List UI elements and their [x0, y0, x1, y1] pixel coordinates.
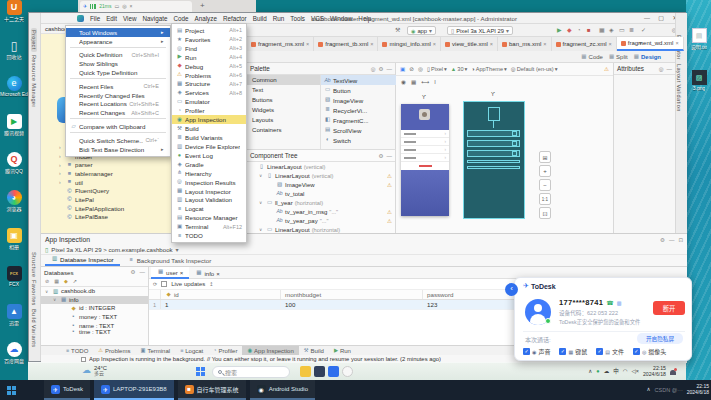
- menu-item[interactable]: ◈ Gradle: [172, 160, 246, 169]
- checkbox-checked-icon[interactable]: ✓: [596, 348, 603, 355]
- expand-chevron-icon[interactable]: ∨: [45, 289, 50, 294]
- menu-item[interactable]: ≣ Build Variants: [172, 133, 246, 142]
- tool-window-button[interactable]: Project: [31, 28, 37, 52]
- palette-category[interactable]: Buttons: [247, 95, 320, 105]
- permission-toggle[interactable]: ✓ ▤ 文件: [596, 347, 624, 356]
- database-tree-item[interactable]: ∨ ▥ cashbook.db: [41, 287, 148, 296]
- zoom-out-icon[interactable]: −: [539, 179, 551, 191]
- sync-gradle-icon[interactable]: ◈: [609, 27, 614, 33]
- menu-item[interactable]: ▦ Structure Alt+7: [172, 80, 246, 89]
- desktop-icon[interactable]: ▣ 相册: [0, 228, 28, 264]
- wifi-icon[interactable]: ◠: [623, 369, 628, 375]
- taskbar-app-icon[interactable]: [314, 366, 325, 377]
- menu-bar-item[interactable]: View: [120, 13, 140, 24]
- taskbar-weather[interactable]: ☁ 24°C 多云: [82, 365, 107, 377]
- menu-item[interactable]: ▱ Compare with Clipboard: [66, 122, 170, 131]
- editor-mode-button[interactable]: ▦ Split: [609, 54, 628, 60]
- menu-item[interactable]: ▥ Layout Validation: [172, 196, 246, 205]
- wrench-icon[interactable]: ⚒: [395, 27, 400, 33]
- keep-open-icon[interactable]: ◆: [64, 279, 68, 284]
- tool-window-button[interactable]: Resource Manager: [31, 55, 37, 107]
- tray-clock[interactable]: 22:15 2024/6/18: [643, 366, 666, 378]
- menu-item[interactable]: ⚠ Problems Alt+6: [172, 71, 246, 80]
- editor-tab[interactable]: fragment_zc.xml ×: [552, 37, 617, 51]
- expand-chevron-icon[interactable]: ›: [59, 179, 64, 185]
- menu-item[interactable]: [70, 47, 166, 50]
- privacy-screen-button[interactable]: 开启隐私屏: [637, 333, 683, 344]
- menu-item[interactable]: ▣ Terminal Alt+F12: [172, 222, 246, 231]
- stop-inspection-icon[interactable]: ⊘: [45, 279, 49, 284]
- tool-window-button[interactable]: ◔ Profiler: [208, 346, 242, 356]
- menu-item[interactable]: ≡ Logcat: [172, 204, 246, 213]
- palette-component[interactable]: ◧ FragmentC...: [321, 115, 396, 125]
- profiler-icon[interactable]: ◔: [577, 27, 581, 33]
- live-updates-checkbox[interactable]: [161, 281, 167, 287]
- database-tree-item[interactable]: ▪ name : TEXT: [41, 321, 148, 330]
- menu-item[interactable]: ▤ Project Alt+1: [172, 26, 246, 35]
- menu-item[interactable]: Recent Changes Alt+Shift+C: [66, 108, 170, 117]
- column-header[interactable]: monthbudget: [281, 290, 423, 299]
- database-tree-item[interactable]: ▪ money : TEXT: [41, 313, 148, 322]
- palette-component[interactable]: Ab TextView: [321, 75, 396, 85]
- palette-component[interactable]: ≣ RecyclerVi...: [321, 105, 396, 115]
- menu-item[interactable]: Bidi Text Base Direction: [66, 145, 170, 154]
- editor-tab[interactable]: ban_ms.xml ×: [498, 37, 552, 51]
- desktop-icon[interactable]: ▶ 腾讯视频: [0, 114, 28, 150]
- editor-mode-button[interactable]: ▦ Design: [634, 54, 661, 60]
- minimize-panel-icon[interactable]: —: [669, 237, 675, 243]
- new-query-icon[interactable]: ▦: [54, 279, 59, 284]
- close-tab-icon[interactable]: ×: [180, 269, 184, 276]
- search-icon[interactable]: ◎: [371, 66, 376, 72]
- avd-manager-icon[interactable]: ▭: [619, 27, 625, 33]
- device-menu[interactable]: ▯Pixel▾: [427, 66, 447, 72]
- export-icon[interactable]: ↥: [209, 282, 213, 287]
- taskbar-app-icon[interactable]: [300, 366, 311, 377]
- tray-expand-icon[interactable]: ∧: [647, 387, 651, 393]
- expand-chevron-icon[interactable]: ›: [59, 170, 64, 176]
- palette-component[interactable]: ▭ Button: [321, 85, 396, 95]
- tool-window-button[interactable]: Layout Validation: [676, 64, 682, 112]
- component-tree-item[interactable]: ∨ ▯ LinearLayout (vertical) ⚠: [247, 171, 395, 180]
- hide-panel-icon[interactable]: —: [387, 66, 393, 72]
- night-mode-icon[interactable]: ◎: [418, 66, 423, 72]
- inspector-tab[interactable]: ≡ Background Task Inspector: [122, 254, 218, 266]
- checkbox-checked-icon[interactable]: ✓: [633, 348, 640, 355]
- close-tab-icon[interactable]: ×: [609, 41, 612, 47]
- menu-bar-item[interactable]: Run: [270, 13, 288, 24]
- menu-item[interactable]: [70, 132, 166, 135]
- desktop-icon[interactable]: FCX FCX: [0, 266, 28, 302]
- design-preview[interactable]: › › › ›: [401, 104, 449, 216]
- volume-muted-icon[interactable]: ◁×: [631, 369, 638, 375]
- search-box[interactable]: 搜索: [212, 366, 290, 378]
- menu-item[interactable]: Quick Type Definition: [66, 68, 170, 77]
- ime-indicator[interactable]: 中: [613, 369, 619, 375]
- menu-item[interactable]: Appearance: [66, 37, 170, 46]
- tool-window-button[interactable]: ◉ App Inspection: [242, 346, 298, 356]
- database-tree-item[interactable]: ▪ time : TEXT: [41, 330, 148, 334]
- column-header[interactable]: ◆id: [161, 290, 281, 299]
- menu-item[interactable]: ◈ Services Alt+8: [172, 88, 246, 97]
- menu-item[interactable]: [70, 118, 166, 121]
- zoom-in-icon[interactable]: +: [539, 165, 551, 177]
- tool-window-button[interactable]: ≡ TODO: [61, 346, 93, 356]
- editor-mode-button[interactable]: ▦ Code: [581, 54, 603, 60]
- palette-category[interactable]: Containers: [247, 125, 320, 135]
- close-tab-icon[interactable]: ×: [490, 41, 493, 47]
- menu-bar-item[interactable]: Edit: [103, 13, 120, 24]
- expand-chevron-icon[interactable]: ›: [59, 153, 64, 159]
- sdk-manager-icon[interactable]: ≣: [629, 27, 634, 33]
- tray-clock[interactable]: 22:15 2024/6/18: [687, 384, 709, 396]
- disconnect-button[interactable]: 断开: [653, 301, 685, 315]
- stop-icon[interactable]: ■: [587, 27, 591, 33]
- menu-item[interactable]: ▭ Emulator: [172, 97, 246, 106]
- permission-toggle[interactable]: ✓ ◎ 摄像头: [633, 347, 666, 356]
- locale-menu[interactable]: ◎Default (en-us)▾: [511, 66, 558, 72]
- start-button[interactable]: [7, 386, 16, 395]
- gear-icon[interactable]: ⚙: [660, 237, 665, 243]
- editor-tab[interactable]: fragment_tb.xml ×: [314, 37, 378, 51]
- table-tab[interactable]: ▦ info ×: [189, 267, 225, 279]
- tray-green-icon[interactable]: ●: [596, 369, 599, 375]
- expand-chevron-icon[interactable]: ›: [59, 162, 64, 168]
- start-button[interactable]: [196, 367, 205, 376]
- collapse-arrow-button[interactable]: ‹: [505, 283, 518, 296]
